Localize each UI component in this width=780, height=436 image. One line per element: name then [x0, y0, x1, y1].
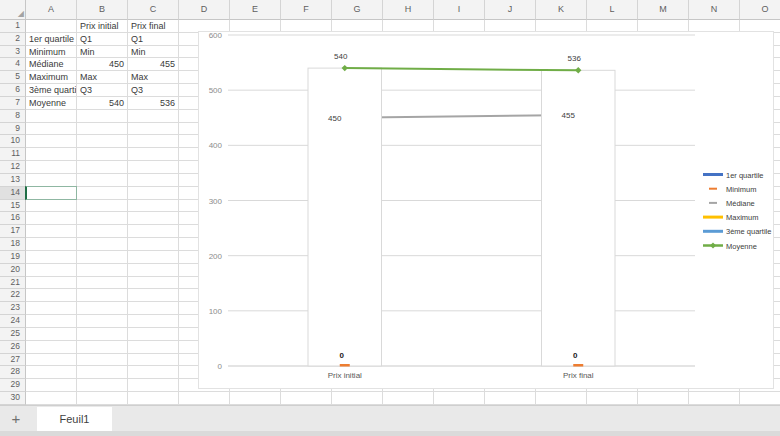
cell-A1[interactable] — [26, 20, 77, 33]
cell-E30[interactable] — [230, 392, 281, 405]
row-header-10[interactable]: 10 — [0, 135, 26, 148]
cell-A10[interactable] — [26, 135, 77, 148]
cell-B26[interactable] — [77, 341, 128, 354]
row-header-20[interactable]: 20 — [0, 264, 26, 277]
sheet-tab-feuil1[interactable]: Feuil1 — [37, 407, 112, 431]
cell-C23[interactable] — [128, 302, 179, 315]
cell-A28[interactable] — [26, 366, 77, 379]
cell-B12[interactable] — [77, 161, 128, 174]
cell-A4[interactable]: Médiane — [26, 58, 77, 71]
cell-C12[interactable] — [128, 161, 179, 174]
cell-C26[interactable] — [128, 341, 179, 354]
row-header-6[interactable]: 6 — [0, 84, 26, 97]
cell-A9[interactable] — [26, 123, 77, 136]
row-header-26[interactable]: 26 — [0, 341, 26, 354]
cell-B22[interactable] — [77, 289, 128, 302]
cell-N30[interactable] — [689, 392, 740, 405]
cell-C15[interactable] — [128, 200, 179, 213]
cell-M30[interactable] — [638, 392, 689, 405]
cell-C22[interactable] — [128, 289, 179, 302]
cell-C25[interactable] — [128, 328, 179, 341]
cell-C20[interactable] — [128, 264, 179, 277]
row-header-11[interactable]: 11 — [0, 148, 26, 161]
column-header-A[interactable]: A — [26, 0, 77, 20]
cell-B23[interactable] — [77, 302, 128, 315]
cell-A8[interactable] — [26, 110, 77, 123]
cell-A5[interactable]: Maximum — [26, 71, 77, 84]
row-header-14[interactable]: 14 — [0, 187, 26, 200]
legend-item-5[interactable]: Moyenne — [703, 242, 757, 251]
cell-C28[interactable] — [128, 366, 179, 379]
cell-C1[interactable]: Prix final — [128, 20, 179, 33]
column-header-C[interactable]: C — [128, 0, 179, 20]
cell-C10[interactable] — [128, 135, 179, 148]
cell-A23[interactable] — [26, 302, 77, 315]
cell-A6[interactable]: 3ème quartile — [26, 84, 77, 97]
row-header-17[interactable]: 17 — [0, 225, 26, 238]
add-sheet-button[interactable]: + — [0, 407, 32, 431]
cell-C19[interactable] — [128, 251, 179, 264]
cell-C13[interactable] — [128, 174, 179, 187]
cell-B27[interactable] — [77, 354, 128, 367]
cell-F30[interactable] — [281, 392, 332, 405]
row-header-1[interactable]: 1 — [0, 20, 26, 33]
legend-item-4[interactable]: 3ème quartile — [703, 227, 771, 236]
row-header-12[interactable]: 12 — [0, 161, 26, 174]
cell-C18[interactable] — [128, 238, 179, 251]
cell-B18[interactable] — [77, 238, 128, 251]
cell-B2[interactable]: Q1 — [77, 33, 128, 46]
row-header-29[interactable]: 29 — [0, 379, 26, 392]
cell-A30[interactable] — [26, 392, 77, 405]
row-header-4[interactable]: 4 — [0, 58, 26, 71]
cell-C4[interactable]: 455 — [128, 58, 179, 71]
cell-A16[interactable] — [26, 212, 77, 225]
cell-I30[interactable] — [434, 392, 485, 405]
row-header-13[interactable]: 13 — [0, 174, 26, 187]
row-header-8[interactable]: 8 — [0, 110, 26, 123]
cell-A11[interactable] — [26, 148, 77, 161]
cell-A2[interactable]: 1er quartile — [26, 33, 77, 46]
row-header-24[interactable]: 24 — [0, 315, 26, 328]
column-header-F[interactable]: F — [281, 0, 332, 20]
row-header-7[interactable]: 7 — [0, 97, 26, 110]
legend-item-1[interactable]: Minimum — [709, 185, 756, 194]
cell-B1[interactable]: Prix initial — [77, 20, 128, 33]
cell-B15[interactable] — [77, 200, 128, 213]
select-all-corner[interactable]: ◢ — [0, 0, 26, 20]
column-header-L[interactable]: L — [587, 0, 638, 20]
cell-C9[interactable] — [128, 123, 179, 136]
cell-B7[interactable]: 540 — [77, 97, 128, 110]
cell-A27[interactable] — [26, 354, 77, 367]
cell-G30[interactable] — [332, 392, 383, 405]
cell-C14[interactable] — [128, 187, 179, 200]
cell-A14[interactable] — [26, 187, 77, 200]
cell-B25[interactable] — [77, 328, 128, 341]
cell-C11[interactable] — [128, 148, 179, 161]
cell-C5[interactable]: Max — [128, 71, 179, 84]
cell-A12[interactable] — [26, 161, 77, 174]
column-header-N[interactable]: N — [689, 0, 740, 20]
cell-B29[interactable] — [77, 379, 128, 392]
row-header-18[interactable]: 18 — [0, 238, 26, 251]
row-header-21[interactable]: 21 — [0, 277, 26, 290]
row-header-9[interactable]: 9 — [0, 123, 26, 136]
column-header-J[interactable]: J — [485, 0, 536, 20]
cell-A19[interactable] — [26, 251, 77, 264]
cell-C27[interactable] — [128, 354, 179, 367]
cell-B11[interactable] — [77, 148, 128, 161]
cell-B16[interactable] — [77, 212, 128, 225]
cell-B5[interactable]: Max — [77, 71, 128, 84]
legend-item-0[interactable]: 1er quartile — [703, 171, 764, 180]
cell-A18[interactable] — [26, 238, 77, 251]
cell-C29[interactable] — [128, 379, 179, 392]
row-header-5[interactable]: 5 — [0, 71, 26, 84]
legend-item-3[interactable]: Maximum — [703, 213, 759, 222]
column-header-H[interactable]: H — [383, 0, 434, 20]
cell-B14[interactable] — [77, 187, 128, 200]
column-header-D[interactable]: D — [179, 0, 230, 20]
column-header-B[interactable]: B — [77, 0, 128, 20]
cell-J30[interactable] — [485, 392, 536, 405]
column-header-I[interactable]: I — [434, 0, 485, 20]
cell-C16[interactable] — [128, 212, 179, 225]
legend-item-2[interactable]: Médiane — [709, 199, 755, 208]
